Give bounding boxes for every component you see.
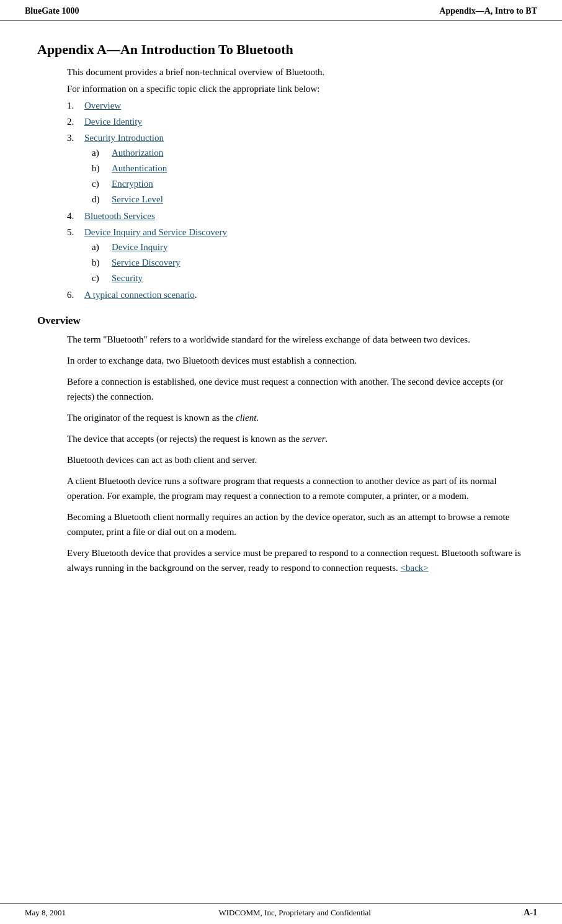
- toc-item-4: 4. Bluetooth Services: [67, 209, 525, 223]
- back-link[interactable]: <back>: [401, 563, 429, 573]
- header-right: Appendix—A, Intro to BT: [439, 6, 537, 16]
- overview-para-9: Every Bluetooth device that provides a s…: [67, 545, 525, 575]
- toc-num-3: 3.: [67, 130, 84, 145]
- toc-link-security-intro[interactable]: Security Introduction: [84, 130, 164, 145]
- toc-num-2: 2.: [67, 114, 84, 129]
- overview-heading: Overview: [37, 315, 525, 327]
- toc-item-5-row: 5. Device Inquiry and Service Discovery: [67, 225, 525, 240]
- toc-link-typical-connection[interactable]: A typical connection scenario: [84, 290, 195, 300]
- header-left: BlueGate 1000: [25, 6, 79, 16]
- toc-sub-num-3b: b): [92, 161, 112, 176]
- toc-num-6: 6.: [67, 287, 84, 302]
- overview-para-2: In order to exchange data, two Bluetooth…: [67, 353, 525, 368]
- page-header: BlueGate 1000 Appendix—A, Intro to BT: [0, 0, 562, 20]
- toc-link-device-identity[interactable]: Device Identity: [84, 114, 142, 129]
- server-italic: server: [302, 434, 326, 444]
- appendix-title: Appendix A—An Introduction To Bluetooth: [37, 42, 525, 58]
- toc-sub-item-5a: a) Device Inquiry: [92, 240, 525, 254]
- toc-item-1: 1. Overview: [67, 98, 525, 113]
- footer-page-number: A-1: [524, 908, 537, 918]
- overview-para-3: Before a connection is established, one …: [67, 374, 525, 404]
- toc-link-service-level[interactable]: Service Level: [112, 192, 163, 207]
- toc-sub-item-5b: b) Service Discovery: [92, 255, 525, 270]
- toc-item-3-row: 3. Security Introduction: [67, 130, 525, 145]
- toc-sub-item-3a: a) Authorization: [92, 145, 525, 160]
- toc-link-authentication[interactable]: Authentication: [112, 161, 167, 176]
- overview-para-6: Bluetooth devices can act as both client…: [67, 452, 525, 467]
- toc-item-3: 3. Security Introduction a) Authorizatio…: [67, 130, 525, 207]
- toc-num-4: 4.: [67, 209, 84, 223]
- client-italic: client: [236, 413, 256, 423]
- toc-sub-item-3d: d) Service Level: [92, 192, 525, 207]
- toc-item-6: 6. A typical connection scenario.: [67, 287, 525, 302]
- page-container: BlueGate 1000 Appendix—A, Intro to BT Ap…: [0, 0, 562, 924]
- overview-para-5: The device that accepts (or rejects) the…: [67, 431, 525, 446]
- toc-item-5: 5. Device Inquiry and Service Discovery …: [67, 225, 525, 286]
- toc-sub-list-5: a) Device Inquiry b) Service Discovery c…: [92, 240, 525, 286]
- toc-link-security[interactable]: Security: [112, 271, 143, 285]
- toc-item-2: 2. Device Identity: [67, 114, 525, 129]
- toc-link-service-discovery[interactable]: Service Discovery: [112, 255, 180, 270]
- intro-para-1: This document provides a brief non-techn…: [67, 65, 525, 79]
- toc-sub-num-5b: b): [92, 255, 112, 270]
- toc-sub-num-5c: c): [92, 271, 112, 285]
- page-footer: May 8, 2001 WIDCOMM, Inc, Proprietary an…: [0, 904, 562, 924]
- toc-sub-num-3d: d): [92, 192, 112, 207]
- toc-sub-item-3c: c) Encryption: [92, 176, 525, 191]
- overview-para-7: A client Bluetooth device runs a softwar…: [67, 473, 525, 503]
- toc-link-overview[interactable]: Overview: [84, 98, 121, 113]
- toc-link-device-inquiry-discovery[interactable]: Device Inquiry and Service Discovery: [84, 225, 227, 240]
- toc-item-6-suffix: .: [195, 290, 197, 300]
- footer-center: WIDCOMM, Inc, Proprietary and Confidenti…: [218, 908, 371, 918]
- overview-para-4: The originator of the request is known a…: [67, 410, 525, 425]
- toc-link-bluetooth-services[interactable]: Bluetooth Services: [84, 209, 155, 223]
- toc-sub-num-3c: c): [92, 176, 112, 191]
- toc-ordered-list: 1. Overview 2. Device Identity 3. Securi…: [67, 98, 525, 302]
- toc-num-5: 5.: [67, 225, 84, 240]
- toc-list: 1. Overview 2. Device Identity 3. Securi…: [67, 98, 525, 302]
- toc-link-encryption[interactable]: Encryption: [112, 176, 153, 191]
- overview-para-1: The term "Bluetooth" refers to a worldwi…: [67, 332, 525, 347]
- toc-sub-num-3a: a): [92, 145, 112, 160]
- toc-sub-list-3: a) Authorization b) Authentication c) En…: [92, 145, 525, 207]
- toc-sub-item-3b: b) Authentication: [92, 161, 525, 176]
- footer-date: May 8, 2001: [25, 908, 66, 918]
- intro-para-2: For information on a specific topic clic…: [67, 82, 525, 96]
- toc-num-1: 1.: [67, 98, 84, 113]
- page-content: Appendix A—An Introduction To Bluetooth …: [0, 20, 562, 924]
- toc-link-device-inquiry[interactable]: Device Inquiry: [112, 240, 167, 254]
- toc-sub-item-5c: c) Security: [92, 271, 525, 285]
- toc-sub-num-5a: a): [92, 240, 112, 254]
- overview-para-8: Becoming a Bluetooth client normally req…: [67, 509, 525, 539]
- toc-link-authorization[interactable]: Authorization: [112, 145, 163, 160]
